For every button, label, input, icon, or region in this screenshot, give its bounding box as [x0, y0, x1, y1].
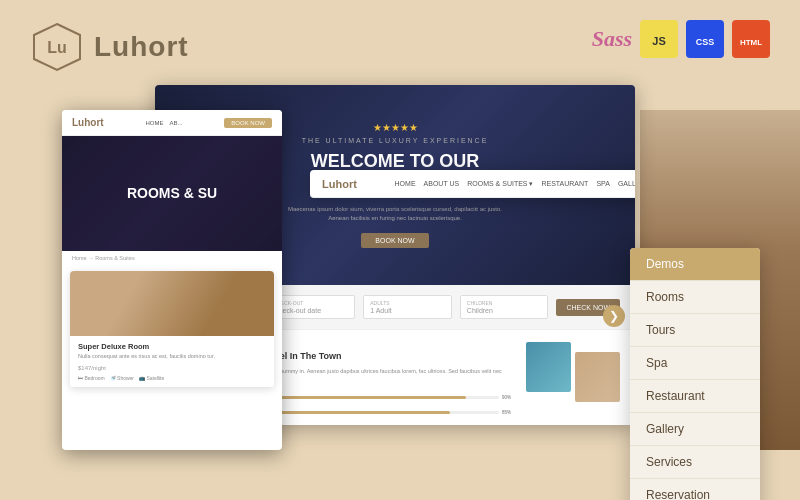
dropdown-item-spa[interactable]: Spa [630, 347, 760, 380]
about-images [526, 342, 620, 403]
nav-about[interactable]: ABOUT US [424, 180, 460, 188]
svg-text:Lu: Lu [47, 39, 67, 56]
dropdown-item-services[interactable]: Services [630, 446, 760, 479]
checkout-label: CHECK-OUT [274, 300, 349, 306]
demos-dropdown: Demos Rooms Tours Spa Restaurant Gallery… [630, 248, 760, 500]
tech-badges: Sass JS CSS HTML [592, 20, 770, 58]
review-val-1: 90% [502, 395, 514, 400]
room-price-suffix: /night [91, 365, 106, 371]
hero-subtitle: THE ULTIMATE LUXURY EXPERIENCE [302, 137, 489, 144]
room-amenities: 🛏 Bedroom 🚿 Shower 📺 Satellite [78, 375, 266, 381]
front-hero-title: ROOMS & SU [127, 185, 217, 202]
pool-image [526, 342, 571, 392]
logo-icon: Lu [30, 20, 84, 74]
nav-gallery[interactable]: GALLERY [618, 180, 635, 188]
room-price-value: $147 [78, 365, 91, 371]
amenity-bedroom: 🛏 Bedroom [78, 375, 105, 381]
front-browser: Luhort HOME AB... BOOK NOW ROOMS & SU Ho… [62, 110, 282, 450]
hero-book-btn[interactable]: BOOK NOW [361, 233, 428, 248]
room-title: Super Deluxe Room [78, 342, 266, 351]
dropdown-item-reservation[interactable]: Reservation [630, 479, 760, 500]
amenity-satellite: 📺 Satellite [139, 375, 164, 381]
nav-rooms[interactable]: ROOMS & SUITES ▾ [467, 180, 533, 188]
css-badge: CSS [686, 20, 724, 58]
front-hero: ROOMS & SU [62, 136, 282, 251]
dropdown-item-rooms[interactable]: Rooms [630, 281, 760, 314]
adults-value: 1 Adult [370, 307, 445, 314]
room-card: Super Deluxe Room Nulla consequat ante e… [70, 271, 274, 387]
nav-restaurant[interactable]: RESTAURANT [541, 180, 588, 188]
front-nav-home[interactable]: HOME [145, 120, 163, 126]
room-card-image [70, 271, 274, 336]
front-hero-overlay: ROOMS & SU [62, 136, 282, 251]
dropdown-item-demos[interactable]: Demos [630, 248, 760, 281]
dropdown-item-restaurant[interactable]: Restaurant [630, 380, 760, 413]
svg-text:JS: JS [652, 35, 665, 47]
room-image-fill [70, 271, 274, 336]
html-badge: HTML [732, 20, 770, 58]
dropdown-item-tours[interactable]: Tours [630, 314, 760, 347]
children-label: CHILDREN [467, 300, 542, 306]
svg-text:CSS: CSS [696, 37, 715, 47]
nav-spa[interactable]: SPA [596, 180, 610, 188]
nav-home[interactable]: HOME [395, 180, 416, 188]
back-browser-nav: Luhort HOME ABOUT US ROOMS & SUITES ▾ RE… [310, 170, 635, 198]
adults-field[interactable]: ADULTS 1 Adult [363, 295, 452, 319]
person-image [575, 352, 620, 402]
sass-badge: Sass [592, 26, 632, 52]
amenity-shower: 🚿 Shower [110, 375, 134, 381]
front-nav: Luhort HOME AB... BOOK NOW [62, 110, 282, 136]
hero-stars: ★★★★★ [373, 122, 418, 133]
room-price: $147/night [78, 363, 266, 372]
svg-text:HTML: HTML [740, 38, 762, 47]
review-val-2: 85% [502, 410, 514, 415]
dropdown-item-gallery[interactable]: Gallery [630, 413, 760, 446]
adults-label: ADULTS [370, 300, 445, 306]
arrow-icon: ❯ [609, 309, 619, 323]
back-nav-links: HOME ABOUT US ROOMS & SUITES ▾ RESTAURAN… [395, 180, 635, 188]
front-book-btn[interactable]: BOOK NOW [224, 118, 272, 128]
brand-name: Luhort [94, 31, 189, 63]
front-breadcrumb: Home → Rooms & Suites [62, 251, 282, 265]
front-nav-links: HOME AB... [145, 120, 182, 126]
children-value: Children [467, 307, 542, 314]
js-badge: JS [640, 20, 678, 58]
carousel-next-btn[interactable]: ❯ [603, 305, 625, 327]
front-nav-ab[interactable]: AB... [169, 120, 182, 126]
room-card-body: Super Deluxe Room Nulla consequat ante e… [70, 336, 274, 387]
front-nav-logo: Luhort [72, 117, 104, 128]
back-nav-logo: Luhort [322, 178, 357, 190]
children-field[interactable]: CHILDREN Children [460, 295, 549, 319]
room-desc: Nulla consequat ante es risus ac est, fa… [78, 353, 266, 361]
top-logo-area: Lu Luhort [30, 20, 189, 74]
checkout-value: Check-out date [274, 307, 349, 314]
hero-desc: Maecenas ipsum dolor sium, viverra porta… [285, 205, 505, 223]
